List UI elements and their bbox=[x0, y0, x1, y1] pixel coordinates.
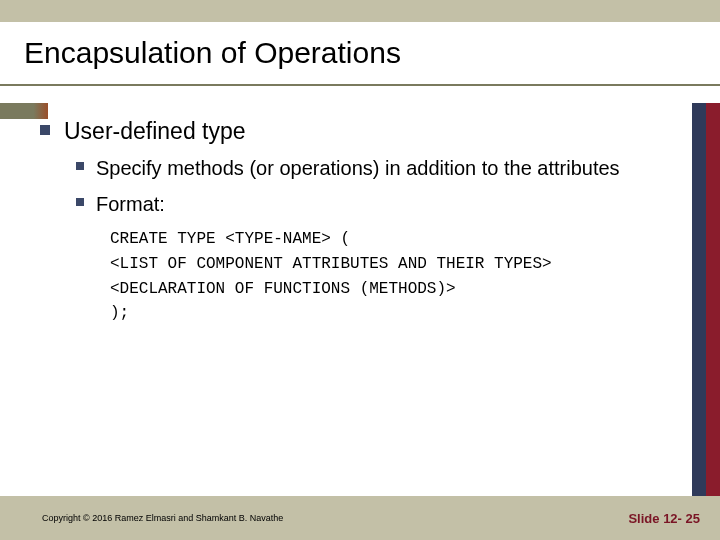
copyright-text: Copyright © 2016 Ramez Elmasri and Shamk… bbox=[42, 513, 283, 523]
slide-title: Encapsulation of Operations bbox=[24, 36, 696, 70]
bullet-level2-text: Specify methods (or operations) in addit… bbox=[96, 155, 620, 181]
square-bullet-icon bbox=[76, 162, 84, 170]
bullet-level2-text: Format: bbox=[96, 191, 165, 217]
stripe-blue bbox=[692, 103, 706, 496]
slide-number: Slide 12- 25 bbox=[628, 511, 700, 526]
bullet-level2: Format: bbox=[76, 191, 680, 217]
bullet-level2: Specify methods (or operations) in addit… bbox=[76, 155, 680, 181]
square-bullet-icon bbox=[76, 198, 84, 206]
footer-bar: Copyright © 2016 Ramez Elmasri and Shamk… bbox=[0, 496, 720, 540]
square-bullet-icon bbox=[40, 125, 50, 135]
title-area: Encapsulation of Operations bbox=[0, 22, 720, 80]
stripe-red bbox=[706, 103, 720, 496]
bullet-level1-text: User-defined type bbox=[64, 118, 246, 145]
code-block: CREATE TYPE <TYPE-NAME> ( <LIST OF COMPO… bbox=[110, 227, 680, 326]
top-accent-bar bbox=[0, 0, 720, 22]
decor-corner bbox=[0, 103, 48, 119]
title-underline bbox=[0, 84, 720, 86]
bullet-level1: User-defined type bbox=[40, 118, 680, 145]
content-area: User-defined type Specify methods (or op… bbox=[40, 118, 680, 480]
right-stripe bbox=[692, 103, 720, 496]
